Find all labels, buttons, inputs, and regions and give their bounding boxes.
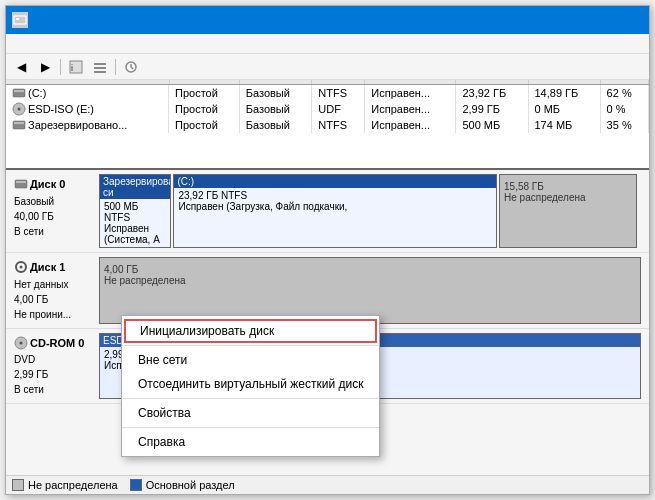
col-type[interactable] (239, 80, 312, 85)
disk-part-disk0-2[interactable]: 15,58 ГБ Не распределена (499, 174, 637, 248)
col-capacity[interactable] (456, 80, 528, 85)
context-menu-item-7[interactable]: Справка (122, 430, 379, 454)
cell-free: 174 МБ (528, 117, 600, 133)
toolbar-btn4[interactable] (89, 57, 111, 77)
table-row[interactable]: (C:)ПростойБазовыйNTFSИсправен...23,92 Г… (6, 85, 649, 102)
menu-action[interactable] (26, 42, 42, 46)
cell-size: 2,99 ГБ (456, 101, 528, 117)
col-fs[interactable] (312, 80, 365, 85)
cell-free: 0 МБ (528, 101, 600, 117)
close-button[interactable] (619, 11, 643, 29)
legend-box-1 (130, 479, 142, 491)
cell-status: Исправен... (365, 85, 456, 102)
col-tom[interactable] (6, 80, 169, 85)
toolbar-back[interactable]: ◀ (10, 57, 32, 77)
svg-rect-5 (94, 67, 106, 69)
disk-table-panel: (C:)ПростойБазовыйNTFSИсправен...23,92 Г… (6, 80, 649, 170)
legend-label-0: Не распределена (28, 479, 118, 491)
disk-part-disk0-1[interactable]: (C:)23,92 ГБ NTFSИсправен (Загрузка, Фай… (173, 174, 497, 248)
disk-label-disk0: Диск 0 Базовый 40,00 ГБ В сети (10, 174, 95, 248)
svg-rect-15 (14, 122, 24, 124)
context-menu-separator (122, 345, 379, 346)
disk-map-panel: Диск 0 Базовый 40,00 ГБ В сети Зарезерви… (6, 170, 649, 475)
cell-status: Исправен... (365, 101, 456, 117)
col-free[interactable] (528, 80, 600, 85)
cell-tom: (C:) (6, 85, 169, 101)
table-row[interactable]: Зарезервировано...ПростойБазовыйNTFSИспр… (6, 117, 649, 133)
main-window: ◀ ▶ i (5, 5, 650, 495)
toolbar: ◀ ▶ i (6, 54, 649, 80)
context-menu-item-3[interactable]: Отсоединить виртуальный жесткий диск (122, 372, 379, 396)
cell-tom: ESD-ISO (E:) (6, 101, 169, 117)
main-content: (C:)ПростойБазовыйNTFSИсправен...23,92 Г… (6, 80, 649, 475)
cell-pct: 35 % (600, 117, 648, 133)
toolbar-btn5[interactable] (120, 57, 142, 77)
svg-rect-0 (14, 16, 26, 24)
disk-row-disk0: Диск 0 Базовый 40,00 ГБ В сети Зарезерви… (6, 170, 649, 253)
toolbar-forward[interactable]: ▶ (34, 57, 56, 77)
legend-label-1: Основной раздел (146, 479, 235, 491)
cell-location: Простой (169, 117, 239, 133)
svg-rect-1 (16, 18, 19, 20)
cell-free: 14,89 ГБ (528, 85, 600, 102)
disk-label-cdrom: CD-ROM 0 DVD 2,99 ГБ В сети (10, 333, 95, 400)
cell-type: Базовый (239, 101, 312, 117)
svg-text:i: i (71, 63, 73, 73)
svg-rect-17 (16, 181, 26, 183)
maximize-button[interactable] (593, 11, 617, 29)
menu-view[interactable] (42, 42, 58, 46)
col-pct[interactable] (600, 80, 648, 85)
legend-bar: Не распределена Основной раздел (6, 475, 649, 494)
minimize-button[interactable] (567, 11, 591, 29)
cell-location: Простой (169, 101, 239, 117)
context-menu: Инициализировать дискВне сетиОтсоединить… (121, 315, 380, 457)
svg-rect-6 (94, 71, 106, 73)
toolbar-sep2 (115, 59, 116, 75)
context-menu-separator (122, 398, 379, 399)
cell-size: 500 МБ (456, 117, 528, 133)
svg-line-9 (131, 67, 133, 69)
cell-fs: NTFS (312, 117, 365, 133)
cell-tom: Зарезервировано... (6, 117, 169, 133)
disk-table: (C:)ПростойБазовыйNTFSИсправен...23,92 Г… (6, 80, 649, 133)
svg-point-19 (20, 266, 23, 269)
toolbar-sep1 (60, 59, 61, 75)
svg-rect-11 (14, 90, 24, 92)
svg-point-21 (20, 341, 23, 344)
cell-type: Базовый (239, 117, 312, 133)
legend-item-0: Не распределена (12, 479, 118, 491)
cell-fs: NTFS (312, 85, 365, 102)
context-menu-item-5[interactable]: Свойства (122, 401, 379, 425)
disk-parts-disk1: 4,00 ГБ Не распределена (99, 257, 645, 324)
context-menu-item-0[interactable]: Инициализировать диск (124, 319, 377, 343)
context-menu-item-2[interactable]: Вне сети (122, 348, 379, 372)
disk-part-disk0-0[interactable]: Зарезервировано си500 МБ NTFSИсправен (С… (99, 174, 171, 248)
cell-fs: UDF (312, 101, 365, 117)
window-controls (567, 11, 643, 29)
window-icon (12, 12, 28, 28)
svg-point-13 (18, 108, 21, 111)
table-row[interactable]: ESD-ISO (E:)ПростойБазовыйUDFИсправен...… (6, 101, 649, 117)
cell-size: 23,92 ГБ (456, 85, 528, 102)
menu-file[interactable] (10, 42, 26, 46)
cell-status: Исправен... (365, 117, 456, 133)
disk-label-disk1: Диск 1 Нет данных 4,00 ГБ Не проини... (10, 257, 95, 324)
disk-parts-disk0: Зарезервировано си500 МБ NTFSИсправен (С… (99, 174, 645, 248)
cell-location: Простой (169, 85, 239, 102)
context-menu-separator (122, 427, 379, 428)
toolbar-btn3[interactable]: i (65, 57, 87, 77)
legend-item-1: Основной раздел (130, 479, 235, 491)
menu-help[interactable] (58, 42, 74, 46)
col-status[interactable] (365, 80, 456, 85)
title-bar (6, 6, 649, 34)
cell-pct: 62 % (600, 85, 648, 102)
cell-type: Базовый (239, 85, 312, 102)
svg-rect-4 (94, 63, 106, 65)
menu-bar (6, 34, 649, 54)
col-location[interactable] (169, 80, 239, 85)
legend-box-0 (12, 479, 24, 491)
disk-part-disk1-0[interactable]: 4,00 ГБ Не распределена (99, 257, 641, 324)
cell-pct: 0 % (600, 101, 648, 117)
